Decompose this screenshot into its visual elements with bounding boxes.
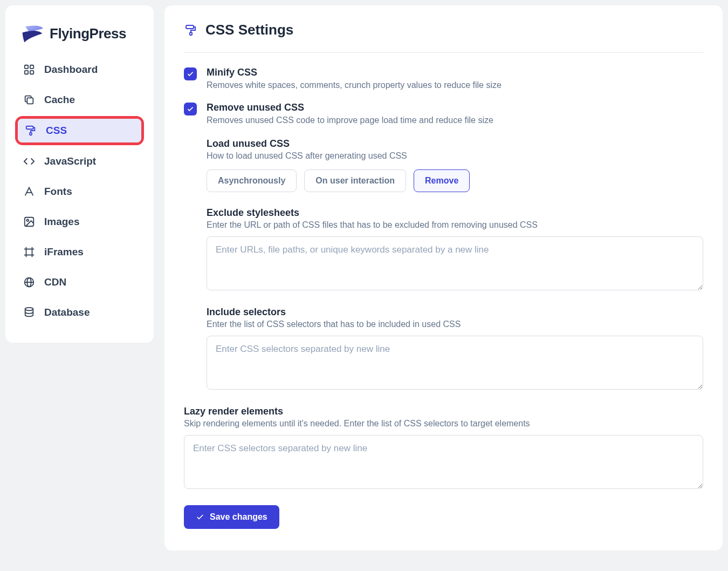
include-selectors-textarea[interactable] xyxy=(207,336,703,390)
field-label: Exclude stylesheets xyxy=(207,207,703,219)
sidebar-item-cdn[interactable]: CDN xyxy=(15,268,144,296)
svg-rect-2 xyxy=(25,71,28,74)
frame-icon xyxy=(23,246,36,259)
sidebar-item-label: JavaScript xyxy=(44,155,96,167)
sidebar-highlight: CSS xyxy=(15,116,144,145)
sidebar-item-label: Fonts xyxy=(44,186,72,198)
code-icon xyxy=(23,155,36,168)
sidebar-item-iframes[interactable]: iFrames xyxy=(15,238,144,266)
svg-rect-3 xyxy=(30,71,33,74)
sidebar-item-cache[interactable]: Cache xyxy=(15,86,144,114)
minify-css-checkbox[interactable] xyxy=(184,67,197,80)
paint-roller-icon xyxy=(184,23,198,37)
save-button[interactable]: Save changes xyxy=(184,505,279,529)
font-icon xyxy=(23,185,36,198)
sidebar-item-fonts[interactable]: Fonts xyxy=(15,178,144,206)
sidebar-item-label: Dashboard xyxy=(44,64,98,76)
field-description: Enter the URL or path of CSS files that … xyxy=(207,220,703,230)
sidebar-item-images[interactable]: Images xyxy=(15,208,144,236)
field-description: Skip rendering elements until it's neede… xyxy=(184,419,703,429)
field-label: Lazy render elements xyxy=(184,406,703,417)
sidebar-item-label: CSS xyxy=(46,125,67,137)
sidebar-item-label: CDN xyxy=(44,276,66,288)
svg-rect-17 xyxy=(186,25,194,29)
page-header: CSS Settings xyxy=(184,22,703,53)
option-remove[interactable]: Remove xyxy=(414,169,470,192)
remove-unused-css-checkbox[interactable] xyxy=(184,103,197,115)
option-asynchronously[interactable]: Asynchronously xyxy=(207,169,297,192)
field-label: Include selectors xyxy=(207,307,703,318)
svg-rect-6 xyxy=(30,133,32,135)
section-label: Load unused CSS xyxy=(207,138,703,149)
setting-label: Minify CSS xyxy=(207,67,703,78)
load-unused-css-section: Load unused CSS How to load unused CSS a… xyxy=(207,138,703,392)
check-icon xyxy=(196,513,204,521)
setting-description: Removes white spaces, comments, crunch p… xyxy=(207,80,703,90)
paint-roller-icon xyxy=(24,124,37,137)
dashboard-icon xyxy=(23,63,36,76)
brand-logo-icon xyxy=(20,23,44,44)
setting-description: Removes unused CSS code to improve page … xyxy=(207,115,703,125)
svg-rect-0 xyxy=(25,65,28,69)
sidebar-item-dashboard[interactable]: Dashboard xyxy=(15,56,144,84)
svg-point-16 xyxy=(25,308,33,311)
svg-rect-5 xyxy=(26,126,33,130)
copy-icon xyxy=(23,93,36,106)
page-title: CSS Settings xyxy=(205,22,293,38)
save-button-label: Save changes xyxy=(210,512,267,522)
brand-name: FlyingPress xyxy=(50,25,126,42)
exclude-stylesheets-field: Exclude stylesheets Enter the URL or pat… xyxy=(207,207,703,293)
sidebar-item-label: Database xyxy=(44,307,90,318)
sidebar-item-css[interactable]: CSS xyxy=(18,119,141,142)
option-on-user-interaction[interactable]: On user interaction xyxy=(304,169,406,192)
sidebar: FlyingPress Dashboard Cache xyxy=(5,5,154,343)
load-unused-options: Asynchronously On user interaction Remov… xyxy=(207,169,703,192)
lazy-render-field: Lazy render elements Skip rendering elem… xyxy=(184,406,703,491)
svg-rect-1 xyxy=(30,65,33,69)
svg-rect-18 xyxy=(190,32,192,35)
sidebar-item-database[interactable]: Database xyxy=(15,298,144,327)
sidebar-item-label: Images xyxy=(44,216,79,228)
database-icon xyxy=(23,306,36,319)
setting-remove-unused-css: Remove unused CSS Removes unused CSS cod… xyxy=(184,102,703,125)
setting-minify-css: Minify CSS Removes white spaces, comment… xyxy=(184,67,703,90)
svg-rect-4 xyxy=(27,98,33,104)
brand: FlyingPress xyxy=(15,19,144,56)
image-icon xyxy=(23,215,36,228)
sidebar-item-javascript[interactable]: JavaScript xyxy=(15,147,144,175)
lazy-render-textarea[interactable] xyxy=(184,435,703,489)
globe-icon xyxy=(23,276,36,289)
include-selectors-field: Include selectors Enter the list of CSS … xyxy=(207,307,703,392)
sidebar-item-label: Cache xyxy=(44,94,75,106)
main-panel: CSS Settings Minify CSS Removes white sp… xyxy=(164,5,723,550)
svg-point-8 xyxy=(26,219,29,221)
exclude-stylesheets-textarea[interactable] xyxy=(207,236,703,290)
setting-label: Remove unused CSS xyxy=(207,102,703,113)
section-description: How to load unused CSS after generating … xyxy=(207,151,703,161)
sidebar-item-label: iFrames xyxy=(44,246,84,258)
field-description: Enter the list of CSS selectors that has… xyxy=(207,320,703,329)
sidebar-nav: Dashboard Cache CSS xyxy=(15,56,144,327)
